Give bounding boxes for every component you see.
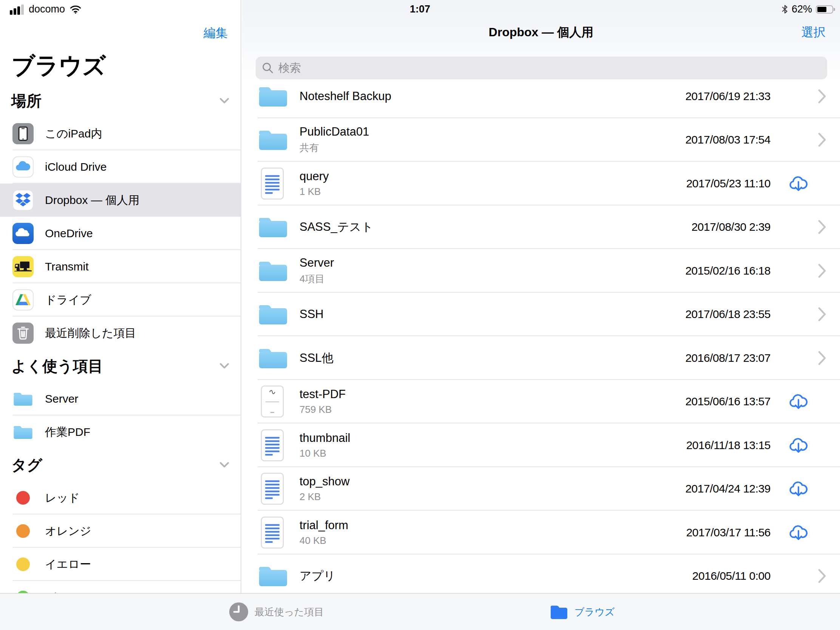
sidebar-item-trash[interactable]: 最近削除した項目 (0, 316, 241, 350)
file-row[interactable]: SSL他2016/08/17 23:07 (242, 336, 840, 380)
tab-bar: 最近使った項目 ブラウズ (0, 593, 840, 630)
sidebar-item-label: ドライブ (45, 292, 92, 308)
file-name: アプリ (300, 569, 692, 583)
sidebar-item-tag[interactable]: イエロー (0, 548, 241, 581)
edit-button[interactable]: 編集 (204, 25, 228, 41)
folder-icon (257, 347, 300, 369)
document-icon (257, 167, 300, 200)
row-accessory (771, 307, 840, 321)
file-row[interactable]: PublicData01共有2017/08/03 17:54 (242, 118, 840, 162)
download-cloud-icon[interactable] (789, 480, 808, 498)
sidebar-item-onedrive[interactable]: OneDrive (0, 217, 241, 250)
sidebar-item-dropbox[interactable]: Dropbox — 個人用 (0, 183, 241, 217)
file-subtitle: 1 KB (300, 186, 686, 197)
browse-large-title: ブラウズ (11, 50, 106, 82)
file-row[interactable]: アプリ2016/05/11 0:00 (242, 554, 840, 598)
battery-icon (816, 5, 833, 14)
file-row[interactable]: Noteshelf Backup2017/06/19 21:33 (242, 74, 840, 118)
sidebar-item-label: オレンジ (45, 524, 92, 539)
file-date: 2017/08/03 17:54 (685, 133, 771, 146)
sidebar-item-label: レッド (45, 490, 80, 506)
file-date: 2016/05/11 0:00 (692, 570, 771, 583)
search-placeholder: 検索 (278, 60, 301, 76)
chevron-right-icon (818, 569, 826, 583)
chevron-down-icon[interactable] (219, 98, 229, 104)
sidebar-item-folder[interactable]: Server (0, 382, 241, 415)
download-cloud-icon[interactable] (789, 392, 808, 411)
row-accessory (771, 436, 840, 455)
sidebar-item-icloud[interactable]: iCloud Drive (0, 150, 241, 183)
document-icon (257, 516, 300, 549)
download-cloud-icon[interactable] (789, 175, 808, 193)
chevron-right-icon (818, 264, 826, 278)
chevron-right-icon (818, 307, 826, 321)
file-titles: Server4項目 (300, 256, 685, 286)
file-titles: thumbnail10 KB (300, 431, 686, 459)
row-accessory (771, 569, 840, 583)
sidebar-item-folder[interactable]: 作業PDF (0, 415, 241, 449)
select-button[interactable]: 選択 (802, 24, 826, 41)
file-row[interactable]: Server4項目2015/02/16 16:18 (242, 249, 840, 293)
sidebar-item-label: OneDrive (45, 227, 93, 240)
file-name: test-PDF (300, 387, 685, 401)
file-date: 2015/02/16 16:18 (685, 264, 771, 277)
file-date: 2016/11/18 13:15 (686, 439, 771, 452)
clock-icon (229, 602, 248, 622)
status-right-cluster: 62% (782, 3, 833, 15)
chevron-right-icon (818, 220, 826, 234)
sidebar-item-ipad[interactable]: このiPad内 (0, 117, 241, 150)
row-accessory (771, 220, 840, 234)
sidebar-section-header[interactable]: 場所 (0, 85, 241, 117)
file-titles: SSH (300, 308, 685, 321)
onedrive-icon (13, 223, 34, 244)
folder-icon (257, 128, 300, 151)
folder-icon (13, 391, 34, 406)
sidebar-section-items: Server作業PDF (0, 382, 241, 449)
file-subtitle: 759 KB (300, 404, 685, 415)
file-row[interactable]: test-PDF759 KB2015/06/16 13:57 (242, 380, 840, 424)
sidebar-section-header[interactable]: タグ (0, 449, 241, 481)
tab-browse[interactable]: ブラウズ (549, 594, 614, 630)
download-cloud-icon[interactable] (789, 436, 808, 455)
sidebar-item-transmit[interactable]: Transmit (0, 250, 241, 283)
row-accessory (771, 524, 840, 542)
file-row[interactable]: SSH2017/06/18 23:55 (242, 293, 840, 336)
gdrive-icon (13, 289, 34, 311)
file-titles: PublicData01共有 (300, 125, 685, 155)
chevron-down-icon[interactable] (219, 363, 229, 369)
file-name: SASS_テスト (300, 220, 692, 234)
sidebar-item-label: このiPad内 (45, 126, 102, 142)
file-row[interactable]: trial_form40 KB2017/03/17 11:56 (242, 511, 840, 554)
file-row[interactable]: top_show2 KB2017/04/24 12:39 (242, 467, 840, 511)
file-subtitle: 共有 (300, 141, 685, 155)
file-titles: trial_form40 KB (300, 519, 686, 546)
file-row[interactable]: query1 KB2017/05/23 11:10 (242, 162, 840, 205)
clock-time: 1:07 (410, 3, 430, 15)
sidebar-item-tag[interactable]: オレンジ (0, 515, 241, 548)
sidebar-item-tag[interactable]: レッド (0, 481, 241, 515)
file-titles: アプリ (300, 569, 692, 583)
download-cloud-icon[interactable] (789, 524, 808, 542)
trash-icon (13, 322, 34, 344)
sidebar-section: よく使う項目Server作業PDF (0, 350, 241, 449)
folder-icon (257, 85, 300, 107)
sidebar-section-header[interactable]: よく使う項目 (0, 350, 241, 382)
sidebar-item-label: iCloud Drive (45, 161, 106, 174)
tab-recents[interactable]: 最近使った項目 (229, 594, 324, 630)
sidebar-item-tag[interactable]: グリーン (0, 581, 241, 593)
file-subtitle: 4項目 (300, 272, 685, 286)
file-name: Noteshelf Backup (300, 90, 685, 103)
file-name: PublicData01 (300, 125, 685, 139)
status-bar: docomo 1:07 62% (0, 0, 840, 19)
chevron-down-icon[interactable] (219, 462, 229, 468)
folder-icon (549, 604, 568, 620)
file-row[interactable]: thumbnail10 KB2016/11/18 13:15 (242, 423, 840, 467)
file-row[interactable]: SASS_テスト2017/08/30 2:39 (242, 205, 840, 249)
sidebar-item-label: Dropbox — 個人用 (45, 193, 139, 208)
sidebar-sections: 場所このiPad内iCloud DriveDropbox — 個人用OneDri… (0, 85, 241, 593)
sidebar-item-gdrive[interactable]: ドライブ (0, 283, 241, 316)
status-left-cluster: docomo (10, 3, 81, 15)
row-accessory (771, 392, 840, 411)
row-accessory (771, 480, 840, 498)
file-date: 2017/04/24 12:39 (685, 482, 771, 495)
